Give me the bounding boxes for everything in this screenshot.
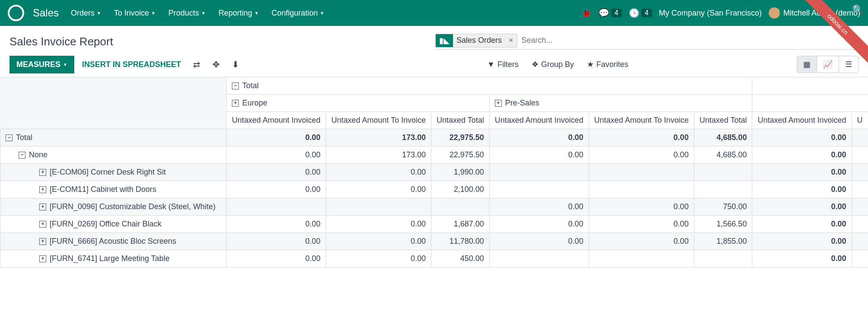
pivot-cell: 1,566.50 [694, 216, 752, 233]
collapse-icon[interactable]: − [6, 134, 13, 141]
expand-icon[interactable]: + [39, 169, 46, 176]
messages-icon[interactable]: 💬4 [599, 8, 622, 18]
app-name[interactable]: Sales [33, 7, 59, 19]
pivot-cell: 22,975.50 [431, 129, 489, 146]
row-header[interactable]: +[FURN_6666] Acoustic Bloc Screens [0, 233, 227, 250]
graph-view-button[interactable]: 📈 [817, 56, 839, 73]
activities-icon[interactable]: 🕓4 [629, 8, 652, 18]
pivot-table-wrap: −Total +Europe +Pre-Sales Untaxed Amount… [0, 77, 868, 267]
row-header[interactable]: +[E-COM06] Corner Desk Right Sit [0, 164, 227, 181]
filters-button[interactable]: ▼Filters [487, 60, 519, 69]
pivot-cell: 0.00 [589, 198, 694, 216]
download-icon[interactable]: ⬇ [232, 59, 239, 70]
pivot-cell: 0.00 [227, 181, 326, 198]
row-header[interactable]: +[E-COM11] Cabinet with Doors [0, 181, 227, 198]
row-header[interactable]: −None [0, 146, 227, 164]
pivot-cell [489, 181, 589, 198]
nav-configuration[interactable]: Configuration▼ [272, 9, 324, 18]
pivot-cell [589, 250, 694, 267]
top-navbar: Sales Orders▼ To Invoice▼ Products▼ Repo… [0, 0, 868, 26]
pivot-cell: 450.00 [431, 250, 489, 267]
insert-spreadsheet-button[interactable]: INSERT IN SPREADSHEET [82, 60, 181, 69]
expand-icon[interactable]: + [232, 100, 239, 107]
pivot-cell [589, 164, 694, 181]
row-header[interactable]: +[FURN_0269] Office Chair Black [0, 216, 227, 233]
pivot-cell: 0.00 [227, 164, 326, 181]
pivot-cell: 0.00 [752, 181, 852, 198]
pivot-cell [694, 250, 752, 267]
pivot-cell: 0.00 [227, 250, 326, 267]
favorites-button[interactable]: ★Favorites [587, 60, 628, 69]
pivot-cell: 0.00 [227, 129, 326, 146]
pivot-cell: 0.00 [326, 164, 431, 181]
pivot-corner [0, 77, 227, 129]
measure-header[interactable]: Untaxed Amount Invoiced [489, 112, 589, 129]
nav-reporting[interactable]: Reporting▼ [219, 9, 259, 18]
pivot-cell: 0.00 [326, 181, 431, 198]
expand-icon[interactable]: + [39, 204, 46, 210]
layers-icon: ❖ [532, 60, 539, 69]
nav-orders[interactable]: Orders▼ [71, 9, 101, 18]
search-bar[interactable]: ▮◣ Sales Orders × [435, 34, 858, 50]
expand-icon[interactable]: + [39, 186, 46, 193]
pivot-cell [489, 164, 589, 181]
col-group-presales[interactable]: +Pre-Sales [489, 95, 752, 112]
pivot-cell: 0.00 [589, 216, 694, 233]
pivot-cell: 0.00 [752, 129, 852, 146]
measure-header[interactable]: Untaxed Total [694, 112, 752, 129]
pivot-cell: 750.00 [694, 198, 752, 216]
bug-icon[interactable]: 🐞 [581, 8, 592, 18]
measure-header[interactable]: Untaxed Amount Invoiced [752, 112, 852, 129]
nav-to-invoice[interactable]: To Invoice▼ [114, 9, 155, 18]
pivot-cell: 173.00 [326, 146, 431, 164]
list-view-button[interactable]: ☰ [839, 56, 858, 73]
pivot-cell: 4,685.00 [694, 129, 752, 146]
measure-header[interactable]: Untaxed Amount Invoiced [227, 112, 326, 129]
pivot-cell: 0.00 [326, 216, 431, 233]
expand-icon[interactable]: + [39, 221, 46, 228]
col-total[interactable]: −Total [227, 77, 752, 95]
measures-button[interactable]: MEASURES ▼ [10, 56, 74, 73]
search-filter-tag: ▮◣ Sales Orders × [435, 34, 517, 48]
view-switcher: ▦ 📈 ☰ [797, 56, 858, 73]
pivot-view-button[interactable]: ▦ [797, 56, 817, 73]
groupby-button[interactable]: ❖Group By [532, 60, 574, 69]
search-input[interactable] [522, 36, 858, 45]
search-icon[interactable]: 🔍 [852, 4, 864, 16]
company-switcher[interactable]: My Company (San Francisco) [659, 9, 762, 18]
expand-icon[interactable]: + [495, 100, 502, 107]
avatar [769, 7, 780, 19]
pivot-cell: 22,975.50 [431, 146, 489, 164]
pivot-cell: 0.00 [489, 129, 589, 146]
collapse-icon[interactable]: − [232, 83, 239, 89]
filter-tag-remove[interactable]: × [505, 35, 517, 46]
expand-icon[interactable]: + [39, 238, 46, 245]
collapse-icon[interactable]: − [19, 152, 25, 159]
row-header[interactable]: +[FURN_0096] Customizable Desk (Steel, W… [0, 198, 227, 216]
expand-icon[interactable]: + [39, 255, 46, 262]
user-menu[interactable]: Mitchell Admin (demo) [769, 7, 860, 19]
measure-header-cut: U [852, 112, 868, 129]
row-header[interactable]: +[FURN_6741] Large Meeting Table [0, 250, 227, 267]
pivot-cell: 0.00 [589, 129, 694, 146]
pivot-cell: 0.00 [752, 198, 852, 216]
filter-icon: ▮◣ [436, 34, 453, 47]
col-group-europe[interactable]: +Europe [227, 95, 490, 112]
pivot-cell: 0.00 [227, 146, 326, 164]
measure-header[interactable]: Untaxed Amount To Invoice [326, 112, 431, 129]
app-logo[interactable] [8, 5, 24, 21]
pivot-cell: 0.00 [752, 250, 852, 267]
pivot-cell: 0.00 [489, 216, 589, 233]
nav-products[interactable]: Products▼ [168, 9, 206, 18]
pivot-cell: 0.00 [752, 233, 852, 250]
row-header[interactable]: −Total [0, 129, 227, 146]
pivot-cell: 0.00 [589, 146, 694, 164]
pivot-cell: 0.00 [752, 216, 852, 233]
pivot-cell: 1,855.00 [694, 233, 752, 250]
expand-all-icon[interactable]: ✥ [212, 59, 220, 70]
flip-axis-icon[interactable]: ⇄ [193, 59, 200, 70]
measure-header[interactable]: Untaxed Total [431, 112, 489, 129]
activities-badge: 4 [641, 9, 652, 17]
pivot-cell [694, 181, 752, 198]
measure-header[interactable]: Untaxed Amount To Invoice [589, 112, 694, 129]
